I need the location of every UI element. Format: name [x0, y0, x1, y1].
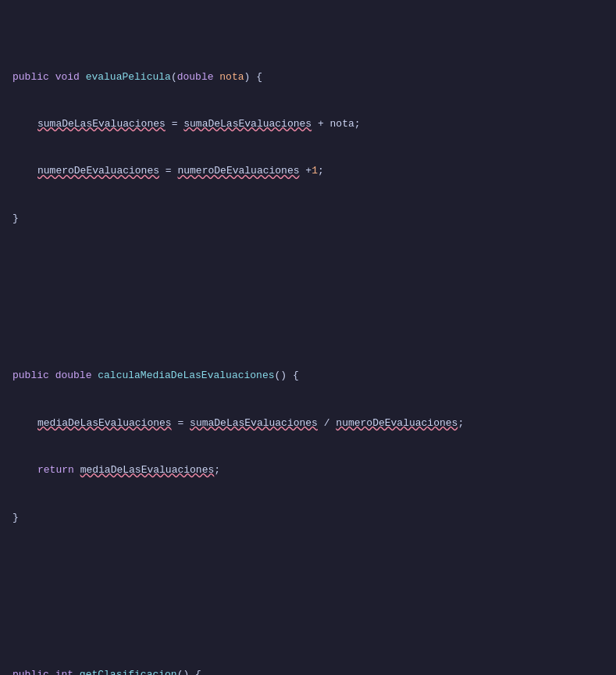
code-line: sumaDeLasEvaluaciones = sumaDeLasEvaluac… — [0, 116, 616, 132]
code-line: return mediaDeLasEvaluaciones; — [0, 462, 616, 478]
code-line: } — [0, 211, 616, 227]
code-line-blank — [0, 290, 616, 305]
code-line: public int getClasificacion() { — [0, 667, 616, 675]
code-line: mediaDeLasEvaluaciones = sumaDeLasEvalua… — [0, 416, 616, 431]
code-line: } — [0, 510, 616, 526]
code-line-blank — [0, 588, 616, 604]
code-editor: public void evaluaPelicula(double nota) … — [0, 0, 616, 675]
code-line: public double calculaMediaDeLasEvaluacio… — [0, 368, 616, 384]
code-line: public void evaluaPelicula(double nota) … — [0, 70, 616, 85]
code-line: numeroDeEvaluaciones = numeroDeEvaluacio… — [0, 163, 616, 179]
